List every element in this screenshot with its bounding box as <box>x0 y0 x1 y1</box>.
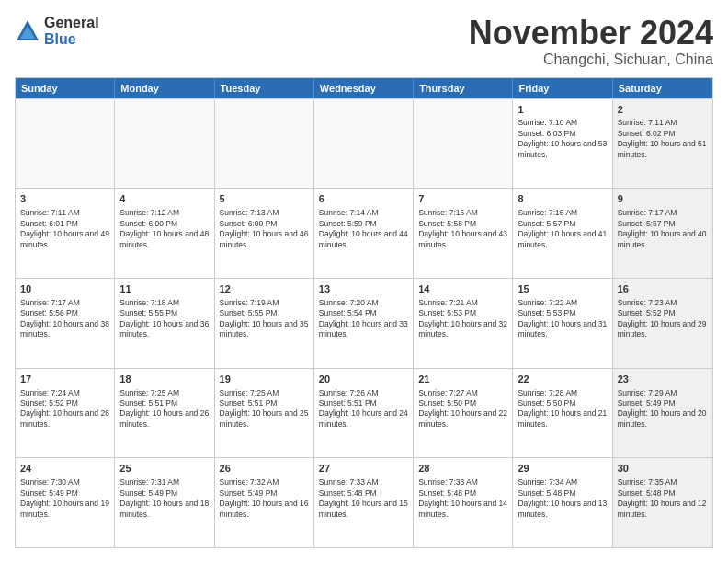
calendar-day-3: 3Sunrise: 7:11 AMSunset: 6:01 PMDaylight… <box>16 189 115 278</box>
logo-icon <box>15 18 40 44</box>
day-number: 20 <box>319 373 408 386</box>
day-info-line: Sunrise: 7:15 AM <box>418 208 507 218</box>
day-number: 17 <box>20 373 109 386</box>
calendar-header: SundayMondayTuesdayWednesdayThursdayFrid… <box>16 78 712 98</box>
day-info-line: Sunrise: 7:33 AM <box>418 477 507 488</box>
day-info-line: Daylight: 10 hours and 16 minutes. <box>220 499 309 520</box>
day-number: 23 <box>618 373 708 386</box>
day-info-line: Sunrise: 7:11 AM <box>20 208 109 218</box>
day-info-line: Sunrise: 7:12 AM <box>119 208 209 218</box>
calendar: SundayMondayTuesdayWednesdayThursdayFrid… <box>15 77 713 548</box>
day-info-line: Sunset: 5:55 PM <box>220 308 309 318</box>
day-number: 3 <box>20 192 109 206</box>
calendar-day-6: 6Sunrise: 7:14 AMSunset: 5:59 PMDaylight… <box>314 189 414 278</box>
day-info-line: Daylight: 10 hours and 21 minutes. <box>518 408 607 430</box>
calendar-day-25: 25Sunrise: 7:31 AMSunset: 5:49 PMDayligh… <box>115 458 214 547</box>
day-info-line: Sunrise: 7:30 AM <box>20 477 109 488</box>
calendar-day-4: 4Sunrise: 7:12 AMSunset: 6:00 PMDaylight… <box>115 189 214 278</box>
calendar-day-22: 22Sunrise: 7:28 AMSunset: 5:50 PMDayligh… <box>513 369 612 458</box>
calendar-day-18: 18Sunrise: 7:25 AMSunset: 5:51 PMDayligh… <box>115 369 214 458</box>
day-number: 12 <box>220 282 309 296</box>
location: Changchi, Sichuan, China <box>469 52 713 68</box>
day-info-line: Sunset: 5:56 PM <box>20 308 109 318</box>
day-info-line: Sunrise: 7:10 AM <box>518 118 607 128</box>
day-info-line: Daylight: 10 hours and 48 minutes. <box>119 229 209 250</box>
day-info-line: Daylight: 10 hours and 20 minutes. <box>618 408 708 430</box>
calendar-body: 1Sunrise: 7:10 AMSunset: 6:03 PMDaylight… <box>16 98 712 547</box>
logo-blue-text: Blue <box>44 31 99 48</box>
title-block: November 2024 Changchi, Sichuan, China <box>469 15 713 68</box>
day-info-line: Daylight: 10 hours and 18 minutes. <box>119 499 209 520</box>
calendar-day-23: 23Sunrise: 7:29 AMSunset: 5:49 PMDayligh… <box>613 369 712 458</box>
calendar-day-5: 5Sunrise: 7:13 AMSunset: 6:00 PMDaylight… <box>215 189 314 278</box>
day-info-line: Sunset: 5:55 PM <box>119 308 209 318</box>
calendar-day-27: 27Sunrise: 7:33 AMSunset: 5:48 PMDayligh… <box>314 458 414 547</box>
day-info-line: Daylight: 10 hours and 14 minutes. <box>418 499 507 520</box>
day-info-line: Daylight: 10 hours and 26 minutes. <box>119 408 209 430</box>
calendar-day-29: 29Sunrise: 7:34 AMSunset: 5:48 PMDayligh… <box>513 458 612 547</box>
day-number: 4 <box>119 192 209 206</box>
day-number: 8 <box>518 192 607 206</box>
day-info-line: Sunrise: 7:13 AM <box>220 208 309 218</box>
day-info-line: Sunset: 6:03 PM <box>518 129 607 139</box>
day-info-line: Daylight: 10 hours and 33 minutes. <box>319 319 408 340</box>
day-info-line: Sunrise: 7:16 AM <box>518 208 607 218</box>
logo-text: General Blue <box>44 15 99 47</box>
day-info-line: Sunset: 5:57 PM <box>518 219 607 229</box>
calendar-day-21: 21Sunrise: 7:27 AMSunset: 5:50 PMDayligh… <box>414 369 513 458</box>
day-info-line: Daylight: 10 hours and 19 minutes. <box>20 499 109 520</box>
calendar-cell-empty <box>115 99 214 189</box>
day-number: 30 <box>618 462 708 476</box>
day-info-line: Sunrise: 7:22 AM <box>518 298 607 308</box>
day-info-line: Daylight: 10 hours and 28 minutes. <box>20 408 109 430</box>
calendar-day-24: 24Sunrise: 7:30 AMSunset: 5:49 PMDayligh… <box>16 458 115 547</box>
day-number: 7 <box>418 192 507 206</box>
day-info-line: Daylight: 10 hours and 29 minutes. <box>618 319 708 340</box>
day-number: 25 <box>119 462 209 476</box>
calendar-day-14: 14Sunrise: 7:21 AMSunset: 5:53 PMDayligh… <box>414 279 513 368</box>
header: General Blue November 2024 Changchi, Sic… <box>15 15 713 68</box>
day-number: 2 <box>618 103 708 117</box>
day-info-line: Sunrise: 7:25 AM <box>119 388 209 398</box>
day-number: 28 <box>418 462 507 476</box>
day-number: 6 <box>319 192 408 206</box>
calendar-cell-empty <box>16 99 115 189</box>
day-number: 21 <box>418 373 507 386</box>
day-info-line: Sunrise: 7:27 AM <box>418 388 507 398</box>
day-info-line: Sunset: 5:49 PM <box>220 488 309 499</box>
calendar-cell-empty <box>314 99 414 189</box>
day-info-line: Sunrise: 7:11 AM <box>618 118 708 128</box>
calendar-day-26: 26Sunrise: 7:32 AMSunset: 5:49 PMDayligh… <box>215 458 314 547</box>
day-header-wednesday: Wednesday <box>314 78 414 98</box>
calendar-day-2: 2Sunrise: 7:11 AMSunset: 6:02 PMDaylight… <box>613 99 712 189</box>
day-info-line: Daylight: 10 hours and 13 minutes. <box>518 499 607 520</box>
calendar-week-5: 24Sunrise: 7:30 AMSunset: 5:49 PMDayligh… <box>16 457 712 547</box>
day-info-line: Daylight: 10 hours and 51 minutes. <box>618 139 708 160</box>
day-number: 13 <box>319 282 408 296</box>
day-info-line: Sunset: 6:01 PM <box>20 219 109 229</box>
calendar-cell-empty <box>414 99 513 189</box>
day-info-line: Sunrise: 7:35 AM <box>618 477 708 488</box>
day-info-line: Daylight: 10 hours and 31 minutes. <box>518 319 607 340</box>
day-info-line: Daylight: 10 hours and 35 minutes. <box>220 319 309 340</box>
calendar-week-1: 1Sunrise: 7:10 AMSunset: 6:03 PMDaylight… <box>16 98 712 189</box>
day-number: 29 <box>518 462 607 476</box>
logo-general-text: General <box>44 15 99 31</box>
day-number: 18 <box>119 373 209 386</box>
calendar-cell-empty <box>215 99 314 189</box>
day-info-line: Sunset: 5:53 PM <box>518 308 607 318</box>
day-info-line: Sunset: 5:49 PM <box>20 488 109 499</box>
day-info-line: Sunset: 5:48 PM <box>418 488 507 499</box>
calendar-day-10: 10Sunrise: 7:17 AMSunset: 5:56 PMDayligh… <box>16 279 115 368</box>
calendar-day-12: 12Sunrise: 7:19 AMSunset: 5:55 PMDayligh… <box>215 279 314 368</box>
calendar-day-7: 7Sunrise: 7:15 AMSunset: 5:58 PMDaylight… <box>414 189 513 278</box>
calendar-day-13: 13Sunrise: 7:20 AMSunset: 5:54 PMDayligh… <box>314 279 414 368</box>
day-info-line: Daylight: 10 hours and 49 minutes. <box>20 229 109 250</box>
day-info-line: Sunrise: 7:17 AM <box>618 208 708 218</box>
day-info-line: Daylight: 10 hours and 36 minutes. <box>119 319 209 340</box>
month-title: November 2024 <box>469 15 713 52</box>
day-info-line: Sunrise: 7:29 AM <box>618 388 708 398</box>
calendar-day-30: 30Sunrise: 7:35 AMSunset: 5:48 PMDayligh… <box>613 458 712 547</box>
day-info-line: Sunset: 5:51 PM <box>220 398 309 408</box>
day-number: 15 <box>518 282 607 296</box>
